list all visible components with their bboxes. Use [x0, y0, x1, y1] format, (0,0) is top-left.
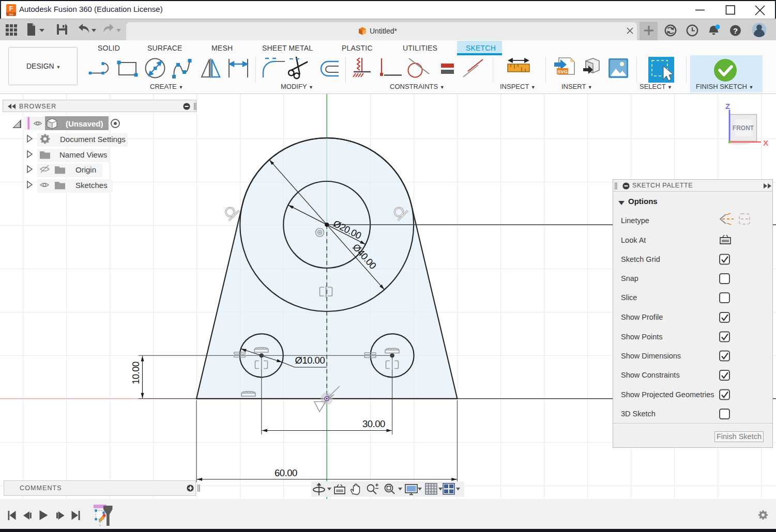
svg-text:(Unsaved): (Unsaved) [66, 119, 103, 128]
svg-text:Document Settings: Document Settings [60, 135, 126, 144]
svg-text:Z: Z [725, 102, 730, 111]
svg-text:Ø10.00: Ø10.00 [295, 355, 325, 366]
svg-text:30.00: 30.00 [362, 418, 385, 429]
svg-text:60.00: 60.00 [275, 467, 297, 478]
svg-text:FRONT: FRONT [733, 124, 754, 132]
svg-text:Sketches: Sketches [75, 181, 108, 190]
svg-text:X: X [763, 138, 769, 147]
svg-text:10.00: 10.00 [130, 362, 141, 384]
svg-text:Named Views: Named Views [59, 150, 107, 159]
svg-text:Origin: Origin [75, 165, 96, 174]
